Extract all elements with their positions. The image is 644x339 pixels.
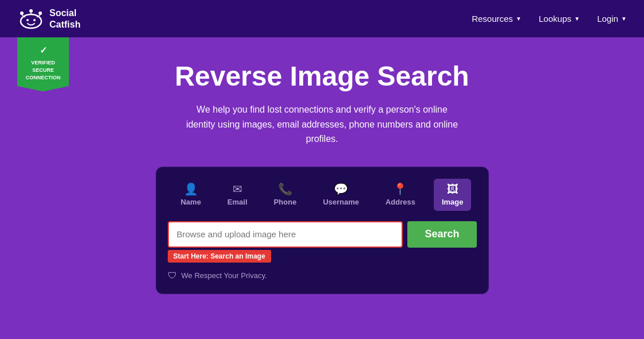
main-content: Reverse Image Search We help you find lo… — [0, 37, 644, 306]
image-icon: 🖼 — [447, 183, 458, 195]
tab-name[interactable]: 👤 Name — [172, 179, 209, 211]
logo[interactable]: Social Catfish — [17, 7, 80, 30]
tab-image[interactable]: 🖼 Image — [434, 179, 472, 211]
svg-point-5 — [38, 11, 42, 15]
tab-email[interactable]: ✉ Email — [219, 179, 256, 211]
search-button[interactable]: Search — [407, 221, 476, 248]
navbar: Social Catfish Resources ▼ Lookups ▼ Log… — [0, 0, 644, 37]
tab-phone[interactable]: 📞 Phone — [265, 179, 304, 211]
lookups-caret-icon: ▼ — [574, 16, 580, 22]
check-icon: ✓ — [22, 44, 64, 57]
nav-resources[interactable]: Resources ▼ — [472, 14, 522, 24]
email-icon: ✉ — [233, 183, 242, 195]
svg-point-1 — [26, 19, 29, 21]
shield-icon: 🛡 — [168, 271, 177, 281]
person-icon: 👤 — [184, 183, 198, 195]
phone-icon: 📞 — [278, 183, 292, 195]
search-tabs: 👤 Name ✉ Email 📞 Phone 💬 Username 📍 Addr… — [168, 179, 477, 211]
logo-text: Social Catfish — [49, 7, 80, 29]
privacy-note: 🛡 We Respect Your Privacy. — [168, 271, 477, 281]
login-caret-icon: ▼ — [621, 16, 627, 22]
page-title: Reverse Image Search — [175, 60, 469, 92]
address-icon: 📍 — [393, 183, 407, 195]
username-icon: 💬 — [334, 183, 348, 195]
tab-username[interactable]: 💬 Username — [315, 179, 367, 211]
svg-point-4 — [29, 9, 33, 13]
image-search-input[interactable] — [168, 221, 403, 248]
secure-badge: ✓ VERIFIED SECURE CONNECTION — [17, 37, 69, 91]
svg-point-3 — [20, 11, 24, 15]
search-panel: 👤 Name ✉ Email 📞 Phone 💬 Username 📍 Addr… — [156, 167, 489, 294]
input-col: Start Here: Search an Image — [168, 221, 403, 263]
search-input-area: Start Here: Search an Image Search — [168, 221, 477, 263]
hero-subtitle: We help you find lost connections and ve… — [184, 102, 460, 147]
tooltip-bubble: Start Here: Search an Image — [168, 250, 271, 263]
resources-caret-icon: ▼ — [516, 16, 522, 22]
nav-login[interactable]: Login ▼ — [597, 14, 627, 24]
svg-point-2 — [33, 19, 36, 21]
nav-lookups[interactable]: Lookups ▼ — [539, 14, 580, 24]
tab-address[interactable]: 📍 Address — [377, 179, 423, 211]
nav-links: Resources ▼ Lookups ▼ Login ▼ — [472, 14, 627, 24]
